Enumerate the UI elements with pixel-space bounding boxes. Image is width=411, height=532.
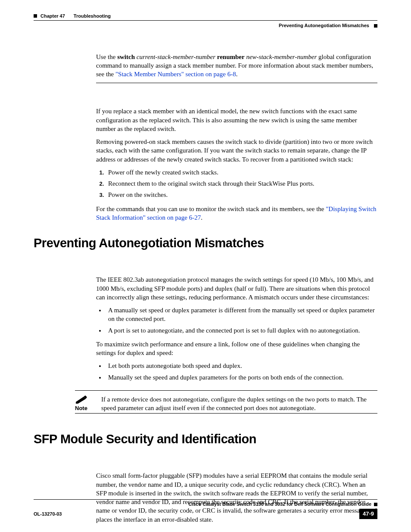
note-label: Note (75, 404, 96, 412)
note-block: Note If a remote device does not autoneg… (75, 395, 377, 413)
intro-content: Use the switch current-stack-member-numb… (96, 53, 377, 79)
chapter-label: Chapter 47 (40, 13, 65, 19)
section1-content: The IEEE 802.3ab autonegotiation protoco… (96, 275, 377, 382)
page-header: Chapter 47 Troubleshooting (34, 13, 377, 21)
paragraph-monitor: For the commands that you can use to mon… (96, 205, 377, 222)
link-stack-member-numbers[interactable]: "Stack Member Numbers" section on page 6… (115, 71, 236, 78)
header-square-icon (34, 14, 37, 18)
guideline-item-2: Manually set the speed and duplex parame… (106, 373, 377, 382)
note-rule-top (75, 390, 377, 391)
section-header-right: Preventing Autonegotiation Mismatches (34, 21, 377, 29)
divider (96, 83, 377, 83)
body-content: If you replace a stack member with an id… (96, 107, 377, 222)
arg-new: new-stack-member-number (245, 53, 317, 60)
mismatch-list: A manually set speed or duplex parameter… (96, 306, 377, 335)
step-1: Power off the newly created switch stack… (106, 168, 377, 177)
heading-sfp: SFP Module Security and Identification (34, 431, 377, 448)
heading-autonegotiation: Preventing Autonegotiation Mismatches (34, 235, 377, 252)
page-number: 47-9 (359, 509, 377, 519)
section1-p2: To maximize switch performance and ensur… (96, 340, 377, 358)
mismatch-item-2: A port is set to autonegotiate, and the … (106, 326, 377, 335)
section-header-text: Preventing Autonegotiation Mismatches (279, 23, 369, 28)
arg-current: current-stack-member-number (135, 53, 217, 60)
page-footer: Cisco Catalyst Blade Switch 3130 and 303… (34, 499, 377, 519)
page: Chapter 47 Troubleshooting Preventing Au… (0, 0, 411, 532)
guideline-item-1: Let both ports autonegotiate both speed … (106, 361, 377, 370)
header-square-icon-right (374, 24, 377, 28)
footer-title-line: Cisco Catalyst Blade Switch 3130 and 303… (34, 499, 377, 507)
cmd-switch: switch (117, 53, 135, 60)
chapter-title: Troubleshooting (74, 13, 111, 19)
mismatch-item-1: A manually set speed or duplex parameter… (106, 306, 377, 324)
guide-title: Cisco Catalyst Blade Switch 3130 and 303… (188, 501, 371, 507)
note-text: If a remote device does not autonegotiat… (101, 395, 377, 413)
doc-id: OL-13270-03 (34, 511, 62, 517)
footer-square-icon (374, 503, 377, 506)
pencil-icon (75, 395, 88, 404)
guideline-list: Let both ports autonegotiate both speed … (96, 361, 377, 382)
recovery-steps: Power off the newly created switch stack… (96, 168, 377, 199)
step-2: Reconnect them to the original switch st… (106, 179, 377, 188)
section1-p1: The IEEE 802.3ab autonegotiation protoco… (96, 275, 377, 302)
paragraph-remove: Removing powered-on stack members causes… (96, 137, 377, 164)
intro-paragraph: Use the switch current-stack-member-numb… (96, 53, 377, 79)
note-left: Note (75, 395, 101, 413)
step-3: Power on the switches. (106, 190, 377, 199)
footer-bottom: OL-13270-03 47-9 (34, 509, 377, 519)
paragraph-replace: If you replace a stack member with an id… (96, 107, 377, 133)
note-rule-bottom (75, 413, 377, 414)
cmd-renumber: renumber (217, 53, 245, 60)
